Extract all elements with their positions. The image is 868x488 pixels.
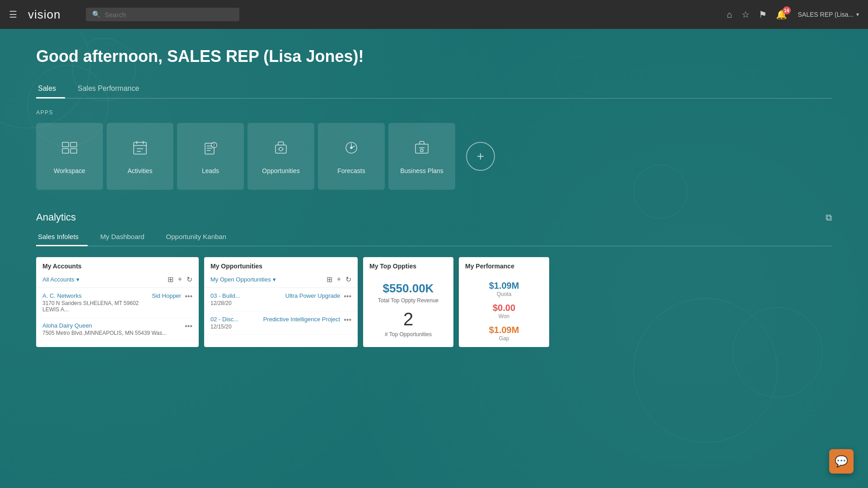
- opps-refresh-icon[interactable]: ↻: [345, 275, 351, 284]
- top-opps-title: My Top Oppties: [369, 263, 416, 270]
- opp-date: 12/28/20: [210, 300, 282, 306]
- account-name-link[interactable]: A. C. Networks: [42, 292, 148, 299]
- accounts-add-icon[interactable]: +: [178, 275, 182, 284]
- svg-rect-13: [275, 145, 286, 153]
- main-content: Good afternoon, SALES REP (Lisa Jones)! …: [0, 29, 868, 488]
- home-icon[interactable]: ⌂: [727, 9, 732, 20]
- performance-quota-label: Quota: [497, 291, 512, 297]
- performance-header: My Performance: [459, 257, 549, 273]
- performance-quota-row: $1.09M Quota: [459, 277, 549, 299]
- tab-my-dashboard[interactable]: My Dashboard: [98, 229, 154, 246]
- app-business-plans[interactable]: Business Plans: [388, 123, 455, 190]
- opps-list: 03 - Build... 12/28/20 Ultra Power Upgra…: [204, 288, 358, 335]
- workspace-label: Workspace: [54, 167, 85, 174]
- forecasts-label: Forecasts: [337, 167, 365, 174]
- hamburger-menu-icon[interactable]: ☰: [9, 9, 17, 20]
- search-input[interactable]: [104, 11, 231, 19]
- leads-label: Leads: [202, 167, 219, 174]
- nav-action-icons: ⌂ ☆ ⚑ 🔔 14: [727, 9, 787, 20]
- analytics-copy-icon[interactable]: ⧉: [826, 212, 832, 223]
- workspace-icon: [61, 139, 79, 161]
- svg-rect-2: [62, 149, 69, 153]
- filter-caret-icon: ▾: [76, 276, 79, 283]
- svg-point-14: [279, 147, 283, 151]
- opp-name-link[interactable]: Ultra Power Upgrade: [285, 292, 340, 299]
- user-menu[interactable]: SALES REP (Lisa... ▾: [798, 11, 859, 18]
- business-plans-icon: [413, 139, 431, 161]
- my-accounts-title: My Accounts: [42, 263, 82, 270]
- svg-rect-4: [134, 142, 146, 154]
- top-opps-count: 2: [369, 309, 447, 329]
- tab-sales-infolets[interactable]: Sales Infolets: [36, 229, 88, 246]
- app-workspace[interactable]: Workspace: [36, 123, 103, 190]
- app-opportunities[interactable]: Opportunities: [247, 123, 314, 190]
- infolet-my-opportunities: My Opportunities My Open Opportunities ▾…: [204, 257, 358, 347]
- apps-grid: Workspace Activities: [36, 123, 832, 190]
- search-bar[interactable]: 🔍: [86, 8, 239, 21]
- top-navigation: ☰ vision 🔍 ⌂ ☆ ⚑ 🔔 14 SALES REP (Lisa...…: [0, 0, 868, 29]
- tab-sales-performance[interactable]: Sales Performance: [76, 81, 148, 99]
- performance-quota-value: $1.09M: [489, 281, 519, 291]
- analytics-header: Analytics ⧉: [36, 211, 832, 223]
- accounts-refresh-icon[interactable]: ↻: [187, 275, 192, 284]
- search-icon: 🔍: [92, 10, 101, 19]
- greeting-text: Good afternoon, SALES REP (Lisa Jones)!: [36, 47, 832, 66]
- user-label: SALES REP (Lisa...: [798, 11, 854, 18]
- opp-stage[interactable]: 02 - Disc...: [210, 316, 260, 323]
- account-row: Aloha Dairy Queen 7505 Metro Blvd.,MINNE…: [36, 318, 199, 341]
- apps-section-label: APPS: [36, 109, 832, 116]
- svg-point-18: [350, 147, 352, 149]
- infolet-my-accounts: My Accounts All Accounts ▾ ⊞ + ↻ A. C. N…: [36, 257, 199, 347]
- performance-title: My Performance: [465, 263, 514, 270]
- infolet-top-oppties: My Top Oppties $550.00K Total Top Oppty …: [363, 257, 453, 347]
- chat-fab-button[interactable]: 💬: [829, 449, 854, 474]
- account-name-link[interactable]: Aloha Dairy Queen: [42, 322, 177, 329]
- app-forecasts[interactable]: Forecasts: [318, 123, 385, 190]
- account-more-icon[interactable]: •••: [185, 322, 192, 330]
- flag-icon[interactable]: ⚑: [759, 9, 767, 20]
- my-accounts-header: My Accounts: [36, 257, 199, 273]
- user-caret-icon: ▾: [856, 11, 859, 18]
- tab-opportunity-kanban[interactable]: Opportunity Kanban: [164, 229, 235, 246]
- my-accounts-filter-row: All Accounts ▾ ⊞ + ↻: [36, 273, 199, 288]
- add-app-button[interactable]: +: [466, 142, 495, 171]
- performance-gap-value: $1.09M: [489, 325, 519, 335]
- opps-filter-caret-icon: ▾: [273, 276, 276, 283]
- top-opps-count-label: # Top Opportunities: [369, 331, 447, 338]
- opps-grid-icon[interactable]: ⊞: [327, 275, 332, 284]
- infolets-row: My Accounts All Accounts ▾ ⊞ + ↻ A. C. N…: [36, 257, 832, 347]
- my-opps-filter-row: My Open Opportunities ▾ ⊞ + ↻: [204, 273, 358, 288]
- app-logo: vision: [28, 8, 61, 22]
- account-more-icon[interactable]: •••: [185, 292, 192, 300]
- tab-sales[interactable]: Sales: [36, 81, 65, 99]
- accounts-list: A. C. Networks 3170 N Sanders St,HELENA,…: [36, 288, 199, 341]
- accounts-filter[interactable]: All Accounts ▾: [42, 276, 79, 283]
- account-contact-link[interactable]: Sid Hopper: [152, 292, 181, 299]
- opp-row: 03 - Build... 12/28/20 Ultra Power Upgra…: [204, 288, 358, 311]
- app-activities[interactable]: Activities: [107, 123, 173, 190]
- forecasts-icon: [342, 139, 360, 161]
- opps-filter[interactable]: My Open Opportunities ▾: [210, 276, 276, 283]
- top-opps-header: My Top Oppties: [363, 257, 453, 273]
- account-address: 7505 Metro Blvd.,MINNEAPOLIS, MN 55439 W…: [42, 330, 177, 336]
- opps-add-icon[interactable]: +: [337, 275, 341, 284]
- top-opps-content: $550.00K Total Top Oppty Revenue 2 # Top…: [363, 273, 453, 346]
- top-opps-revenue-label: Total Top Oppty Revenue: [369, 297, 447, 304]
- favorites-icon[interactable]: ☆: [742, 9, 750, 20]
- activities-label: Activities: [127, 167, 152, 174]
- opp-name-link[interactable]: Predictive Intelligence Project: [263, 316, 341, 323]
- app-leads[interactable]: Leads: [177, 123, 244, 190]
- opp-info: 02 - Disc... 12/15/20: [210, 316, 260, 330]
- accounts-grid-icon[interactable]: ⊞: [168, 275, 173, 284]
- accounts-action-icons: ⊞ + ↻: [168, 275, 192, 284]
- opps-action-icons: ⊞ + ↻: [327, 275, 351, 284]
- opp-more-icon[interactable]: •••: [344, 316, 351, 324]
- opp-more-icon[interactable]: •••: [344, 292, 351, 300]
- main-tabs: Sales Sales Performance: [36, 80, 832, 99]
- notifications-icon[interactable]: 🔔 14: [776, 9, 787, 20]
- chat-icon: 💬: [835, 455, 848, 468]
- account-address: 3170 N Sanders St,HELENA, MT 59602 LEWIS…: [42, 300, 148, 313]
- svg-rect-0: [62, 142, 69, 147]
- opp-stage[interactable]: 03 - Build...: [210, 292, 282, 299]
- analytics-title: Analytics: [36, 211, 76, 223]
